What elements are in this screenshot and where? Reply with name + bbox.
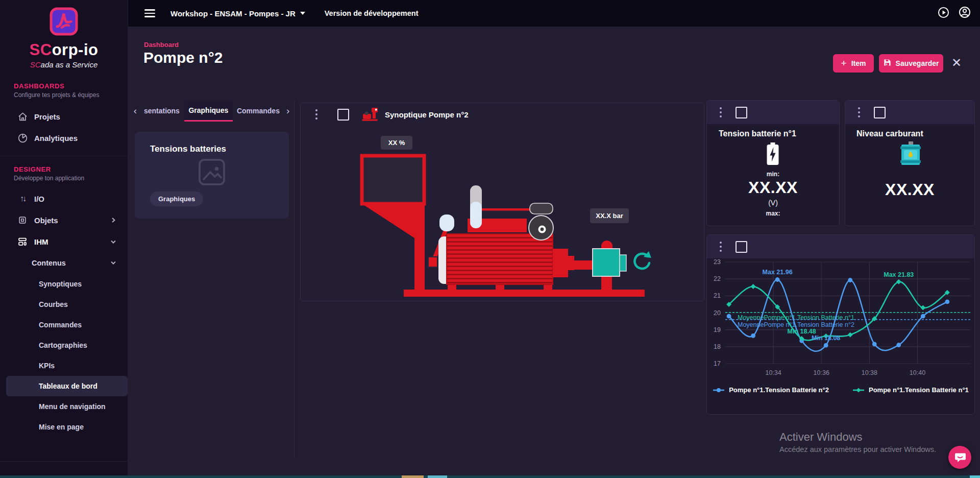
sidebar-item-label: Analytiques [34,134,78,142]
account-circle-icon[interactable] [959,6,971,20]
windows-watermark-subtitle: Accédez aux paramètres pour activer Wind… [779,445,936,453]
max-label: max: [707,210,839,217]
close-icon[interactable]: ✕ [949,55,964,70]
svg-text:20: 20 [714,309,721,317]
kebab-menu-icon[interactable] [717,242,724,252]
fuel-value: XX.XX [845,180,974,199]
svg-text:Max 21.83: Max 21.83 [884,271,914,278]
sidebar-item-label: Commandes [39,321,82,329]
svg-text:10:36: 10:36 [814,369,829,376]
chat-bubble-button[interactable] [948,446,971,469]
library-tabs: ‹ sentations Graphiques Commandes › [131,100,292,122]
sidebar-item-objets[interactable]: Objets [0,209,128,231]
breadcrumb[interactable]: Dashboard [144,41,179,49]
section-title-designer: DESIGNER [0,165,128,173]
unit-label: (V) [707,199,839,207]
battery-voltage-chart: 1718192021222310:3410:3610:3810:40Moyenn… [707,255,974,383]
min-label: min: [707,171,839,178]
battery-min-value: XX.XX [707,178,839,197]
kebab-menu-icon[interactable] [855,107,863,118]
sidebar-item-cartographies[interactable]: Cartographies [0,335,128,355]
sidebar-item-label: Projets [34,112,60,121]
library-card-type-badge: Graphiques [150,192,203,206]
sidebar-item-commandes[interactable]: Commandes [0,315,128,335]
legend-item-batterie-2[interactable]: Pompe n°1.Tension Batterie n°2 [713,386,829,394]
svg-text:Max 21.96: Max 21.96 [763,269,793,276]
card-header [707,101,839,124]
taskbar-segment-tan [402,475,424,478]
legend-marker-blue [713,388,725,393]
tabs-scroll-right-icon[interactable]: › [284,100,292,122]
sidebar-item-mise-en-page[interactable]: Mise en page [0,417,128,437]
sidebar-item-courbes[interactable]: Courbes [0,294,128,315]
play-circle-icon[interactable] [938,7,949,20]
battery-icon [766,142,780,168]
battery-card-checkbox[interactable] [736,107,747,118]
sidebar-item-projets[interactable]: Projets [0,106,128,127]
pie-chart-icon [17,133,28,144]
tab-commandes[interactable]: Commandes [233,100,284,122]
fuel-card-checkbox[interactable] [874,107,886,118]
sidebar-item-ihm[interactable]: IHM [0,231,128,252]
svg-text:10:40: 10:40 [910,369,925,376]
sidebar-item-label: Synoptiques [39,280,82,288]
pump-thumbnail-icon [361,107,379,122]
sidebar-item-label: Objets [34,216,58,225]
sidebar-item-label: Tableaux de bord [39,382,97,390]
synoptic-checkbox[interactable] [337,109,349,121]
page-title: Pompe n°2 [143,49,223,66]
legend-label: Pompe n°1.Tension Batterie n°2 [729,386,829,394]
kebab-menu-icon[interactable] [717,107,724,118]
svg-text:18: 18 [714,343,721,350]
taskbar-segment-right [970,475,980,478]
fuel-level-card: Niveau carburant XX.XX [845,100,975,226]
svg-text:21: 21 [714,292,721,299]
chart-legend: Pompe n°1.Tension Batterie n°2 Pompe n°1… [707,386,974,394]
section-subtitle-designer: Développe ton application [0,173,128,182]
legend-item-batterie-1[interactable]: Pompe n°1.Tension Batterie n°1 [852,386,969,394]
add-item-label: Item [851,59,866,67]
workspace-selector[interactable]: Workshop - ENSAM - Pompes - JR [170,9,305,18]
section-subtitle-dashboards: Configure tes projets & équipes [0,90,128,99]
library-panel: ‹ sentations Graphiques Commandes › Tens… [128,100,295,458]
svg-text:17: 17 [714,360,721,367]
workspace-label: Workshop - ENSAM - Pompes - JR [170,9,296,18]
chevron-down-icon [110,237,116,246]
caret-down-icon [300,12,305,15]
sidebar-item-tableaux-de-bord[interactable]: Tableaux de bord [6,376,128,396]
battery-card-title: Tension batterie n°1 [719,129,796,138]
hamburger-menu-icon[interactable] [144,7,155,19]
library-card-tensions-batteries[interactable]: Tensions batteries Graphiques [135,132,289,219]
brand-tagline: SCada as a Service [0,60,128,69]
percent-value-label: XX % [381,136,412,150]
sidebar-item-kpis[interactable]: KPIs [0,355,128,376]
windows-watermark-title: Activer Windows [779,431,863,444]
svg-text:22: 22 [714,275,721,282]
add-item-button[interactable]: + Item [833,54,874,73]
sidebar-item-label: I/O [34,195,44,203]
pressure-value-label: XX.X bar [590,208,629,223]
sidebar-item-label: IHM [34,237,48,246]
sidebar-item-label: Menu de navigation [39,402,106,411]
sidebar-item-menu-navigation[interactable]: Menu de navigation [0,396,128,417]
taskbar-segment-blue [428,475,447,478]
tabs-scroll-left-icon[interactable]: ‹ [131,100,139,122]
chart-card-checkbox[interactable] [736,241,747,253]
layout-icon [17,236,28,247]
input-output-icon: ↑↓ [17,194,28,203]
svg-text:23: 23 [714,258,721,266]
sidebar-item-contenus[interactable]: Contenus [0,252,128,274]
plus-icon: + [841,58,847,69]
kebab-menu-icon[interactable] [313,109,320,120]
chart-card: 1718192021222310:3410:3610:3810:40Moyenn… [706,234,975,415]
tab-graphiques[interactable]: Graphiques [184,100,233,122]
sidebar-item-synoptiques[interactable]: Synoptiques [0,274,128,294]
svg-text:19: 19 [714,326,721,333]
sidebar-item-analytiques[interactable]: Analytiques [0,127,128,149]
sidebar-item-io[interactable]: ↑↓ I/O [0,188,128,209]
sidebar-item-label: Cartographies [39,341,87,349]
save-button[interactable]: Sauvegarder [879,54,943,73]
tab-presentations[interactable]: sentations [139,100,184,122]
home-icon [17,111,28,122]
sidebar-divider [0,156,128,156]
